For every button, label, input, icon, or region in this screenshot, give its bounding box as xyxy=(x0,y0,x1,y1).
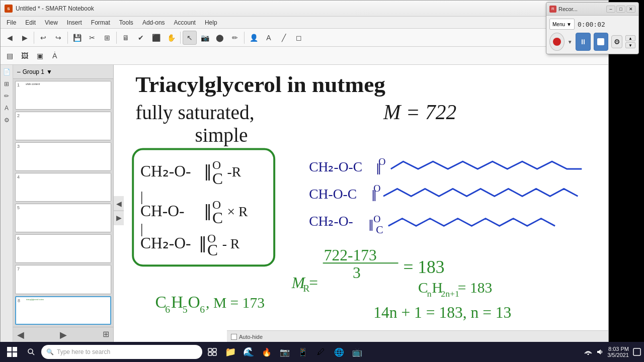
record-menu-button[interactable]: Menu ▼ xyxy=(549,19,575,30)
menu-item-edit[interactable]: Edit xyxy=(21,18,40,27)
back-button[interactable]: ◀ xyxy=(3,31,17,45)
record-record-button[interactable] xyxy=(549,33,565,51)
cut-button[interactable]: ✂ xyxy=(85,31,99,45)
eraser-button[interactable]: ◻ xyxy=(292,31,306,45)
record-close-button[interactable]: ✕ xyxy=(626,6,635,13)
sidebar-text-icon[interactable]: A xyxy=(2,103,12,113)
square-button[interactable]: ▣ xyxy=(33,49,47,63)
sidebar-page-icon[interactable]: 📄 xyxy=(2,67,12,77)
app1-taskbar[interactable]: 🔥 xyxy=(259,344,275,360)
menu-item-add-ons[interactable]: Add-ons xyxy=(138,18,169,27)
svg-rect-62 xyxy=(633,348,640,355)
move-button[interactable]: ⬛ xyxy=(149,31,163,45)
edge-taskbar[interactable]: 🌊 xyxy=(240,344,257,360)
show-desktop-icon[interactable] xyxy=(633,348,641,356)
next-slide-btn[interactable]: ▶ xyxy=(60,329,67,340)
slide-panel-header: – Group 1 ▼ xyxy=(13,65,113,79)
app5-taskbar[interactable]: 📺 xyxy=(349,344,365,360)
menu-item-view[interactable]: View xyxy=(41,18,62,27)
slide-thumb-1[interactable]: 1 slide content xyxy=(15,81,111,110)
sidebar-pen-icon[interactable]: ✏ xyxy=(2,91,12,101)
sidebar-magnify-icon[interactable]: ⊞ xyxy=(2,79,12,89)
nav-prev-button[interactable]: ◀ xyxy=(114,196,124,211)
toolbar: ◀ ▶ ↩ ↪ 💾 ✂ ⊞ 🖥 ✔ ⬛ ✋ ↖ 📷 ⬤ ✏ 👤 A ╱ ◻ xyxy=(1,29,608,47)
autohide-bar: Auto-hide xyxy=(227,330,608,342)
slide-thumb-5[interactable]: 5 xyxy=(15,204,111,232)
undo-button[interactable]: ↩ xyxy=(36,31,50,45)
slide-thumb-2[interactable]: 2 xyxy=(15,112,111,140)
record-stop-button[interactable] xyxy=(594,33,609,51)
panel-button[interactable]: ▤ xyxy=(3,49,17,63)
slide-thumb-7[interactable]: 7 xyxy=(15,265,111,294)
slide-num-3: 3 xyxy=(16,143,25,170)
autohide-label: Auto-hide xyxy=(239,334,263,340)
menu-item-tools[interactable]: Tools xyxy=(115,18,137,27)
start-button[interactable] xyxy=(3,344,21,360)
prev-slide-btn[interactable]: ◀ xyxy=(17,329,24,340)
svg-text:CH₂-O-C: CH₂-O-C xyxy=(309,159,362,174)
add-slide-btn[interactable]: ⊞ xyxy=(103,329,109,340)
screen-button[interactable]: 🖥 xyxy=(119,31,133,45)
slide-thumb-6[interactable]: 6 xyxy=(15,234,111,263)
search-bar[interactable]: 🔍 Type here to search xyxy=(41,345,202,359)
redo-button[interactable]: ↪ xyxy=(51,31,65,45)
search-taskbar-button[interactable] xyxy=(23,344,39,360)
menu-item-file[interactable]: File xyxy=(3,18,20,27)
text2-button[interactable]: Ȧ xyxy=(48,49,62,63)
notebook-canvas: Triacylglycerol in nutmeg fully saturate… xyxy=(124,65,608,342)
app3-taskbar[interactable]: 📱 xyxy=(295,344,311,360)
people-button[interactable]: 👤 xyxy=(247,31,261,45)
app2-taskbar[interactable]: 📷 xyxy=(277,344,293,360)
chrome-taskbar[interactable]: 🌐 xyxy=(331,344,347,360)
pencil-button[interactable]: ✏ xyxy=(228,31,242,45)
grid-button[interactable]: ⊞ xyxy=(100,31,114,45)
sidebar-puzzle-icon[interactable]: ⚙ xyxy=(2,115,12,125)
svg-text:2n+1: 2n+1 xyxy=(441,289,459,299)
circle-button[interactable]: ⬤ xyxy=(213,31,227,45)
hand-button[interactable]: ✋ xyxy=(164,31,178,45)
menu-item-help[interactable]: Help xyxy=(201,18,221,27)
system-clock: 8:03 PM 3/5/2021 xyxy=(607,346,629,358)
record-maximize-button[interactable]: □ xyxy=(616,6,625,13)
slide-num-7: 7 xyxy=(16,265,25,293)
record-pause-button[interactable]: ⏸ xyxy=(576,33,591,51)
text-button[interactable]: A xyxy=(262,31,276,45)
svg-text:‖: ‖ xyxy=(371,189,377,201)
search-icon: 🔍 xyxy=(46,348,54,355)
record-settings-button[interactable]: ⚙ xyxy=(611,35,622,48)
forward-button[interactable]: ▶ xyxy=(18,31,32,45)
svg-text:C: C xyxy=(376,224,383,236)
image-button[interactable]: 🖼 xyxy=(18,49,32,63)
save-button[interactable]: 💾 xyxy=(70,31,84,45)
menu-item-account[interactable]: Account xyxy=(170,18,200,27)
slide-thumb-4[interactable]: 4 xyxy=(15,173,111,202)
camera-button[interactable]: 📷 xyxy=(198,31,212,45)
select-button[interactable]: ↖ xyxy=(183,31,197,45)
svg-text:C: C xyxy=(418,280,428,296)
line-button[interactable]: ╱ xyxy=(277,31,291,45)
slide-thumb-8[interactable]: 8 triacylglycerol notes xyxy=(15,296,111,325)
task-view-button[interactable] xyxy=(204,344,220,360)
menu-item-format[interactable]: Format xyxy=(87,18,114,27)
slide-panel: – Group 1 ▼ 1 slide content 2 xyxy=(13,65,114,342)
app4-taskbar[interactable]: 🖊 xyxy=(313,344,329,360)
toolbar2: ▤ 🖼 ▣ Ȧ xyxy=(1,47,608,65)
record-down-button[interactable]: ▼ xyxy=(625,42,635,48)
check-button[interactable]: ✔ xyxy=(134,31,148,45)
slide-num-2: 2 xyxy=(16,112,25,140)
slide-num-6: 6 xyxy=(16,235,25,262)
svg-text:C: C xyxy=(212,170,223,188)
record-up-button[interactable]: ▲ xyxy=(625,35,635,41)
minus-icon: – xyxy=(17,68,21,75)
group-dropdown[interactable]: Group 1 ▼ xyxy=(23,68,52,75)
record-arrows: ▲ ▼ xyxy=(625,35,635,48)
nav-next-button[interactable]: ▶ xyxy=(114,210,124,225)
autohide-checkbox[interactable] xyxy=(231,334,237,340)
file-explorer-taskbar[interactable]: 📁 xyxy=(222,344,238,360)
svg-marker-61 xyxy=(597,349,601,354)
svg-text:5: 5 xyxy=(183,304,188,315)
record-minimize-button[interactable]: – xyxy=(606,6,615,13)
slide-thumb-3[interactable]: 3 xyxy=(15,142,111,171)
record-title-left: R Recor... xyxy=(549,6,578,13)
menu-item-insert[interactable]: Insert xyxy=(63,18,86,27)
